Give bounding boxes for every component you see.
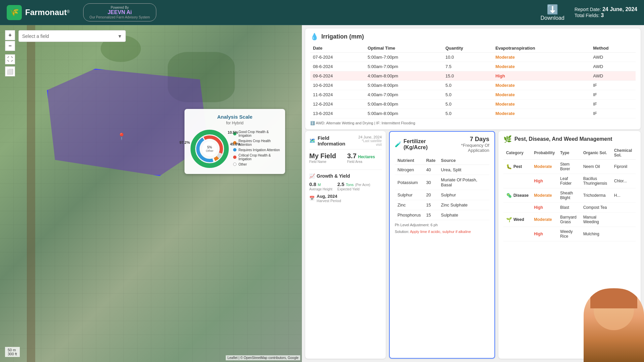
col-nutrient: Nutrient [395, 156, 423, 165]
layer-button[interactable]: ⬜ [5, 66, 15, 76]
field-info-icon: 🗺️ [309, 138, 316, 144]
cell-evap: Moderate [493, 109, 590, 118]
cell-type: Leaf Folder [557, 174, 581, 188]
cell-chemical: Fipronil [611, 160, 636, 174]
cell-category: 🐛Pest [503, 160, 531, 174]
irrigation-table-row: 11-6-2024 4:00am-7:00pm 5.0 Moderate IF [310, 90, 636, 100]
cell-evap: Moderate [493, 90, 590, 100]
field-select-dropdown[interactable]: Select a field ▼ [18, 30, 126, 42]
chevron-down-icon: ▼ [117, 34, 122, 39]
fertilizer-icon: 🧪 [395, 141, 401, 147]
fertilizer-solution: Solution: Apply lime if acidic, sulphur … [395, 230, 489, 234]
irrigation-table-row: 09-6-2024 4:00am-8:00pm 15.0 High AWD [310, 71, 636, 81]
growth-icon: 📈 [309, 173, 315, 179]
fertilizer-frequency: 7 Days *Frequency Of Application [445, 136, 489, 153]
cell-probability: Moderate [531, 188, 557, 203]
growth-section: 📈 Growth & Yield 0.8 M Average Height [309, 170, 382, 203]
cell-source: Zinc Sulphate [438, 200, 489, 210]
right-panel: 💧 Irrigation (mm) Date Optimal Time Quan… [302, 25, 644, 362]
fertilizer-table-row: Potassium 30 Muriate Of Potash, Basal [395, 175, 489, 190]
zoom-out-button[interactable]: − [5, 41, 15, 51]
irrigation-table-row: 12-6-2024 5:00am-8:00pm 5.0 Moderate IF [310, 100, 636, 109]
irrigation-table-row: 13-6-2024 5:00am-8:00pm 5.0 Moderate IF [310, 109, 636, 118]
pest-header: 🌿 Pest, Disease, And Weed Management [503, 135, 636, 143]
cell-qty: 5.0 [443, 81, 493, 90]
fertilizer-table-row: Zinc 15 Zinc Sulphate [395, 200, 489, 210]
pest-table-row: 🐛Pest Moderate Stem Borer Neem Oil Fipro… [503, 160, 636, 174]
height-stat: 0.8 M Average Height [309, 181, 332, 191]
cell-method: IF [590, 90, 636, 100]
map-scale: 50 m 300 ft [5, 347, 20, 357]
cell-type: Sheath Blight [557, 188, 581, 203]
pest-disease-panel: 🌿 Pest, Disease, And Weed Management Cat… [498, 131, 641, 359]
map-area: 📍 + − ⛶ ⬜ Select a field ▼ 50 m 300 ft L… [0, 25, 302, 362]
legend-dot-other [233, 163, 236, 166]
cell-qty: 15.0 [443, 71, 493, 81]
col-quantity: Quantity [443, 44, 493, 53]
cell-nutrient: Potassium [395, 175, 423, 190]
pest-table-row: 🦠Disease Moderate Sheath Blight Trichode… [503, 188, 636, 203]
cell-chemical: Chlor... [611, 174, 636, 188]
cell-category [503, 174, 531, 188]
col-source: Source [438, 156, 489, 165]
fullscreen-button[interactable]: ⛶ [5, 54, 15, 64]
cell-type: Stem Borer [557, 160, 581, 174]
fertilizer-table-row: Phosphorus 15 Sulphate [395, 210, 489, 220]
legend-item-good: Good Crop Health & Irrigation [233, 130, 280, 137]
irrigation-table: Date Optimal Time Quantity Evapotranspir… [310, 44, 636, 118]
cell-type: Weedy Rice [557, 227, 581, 241]
cell-chemical [611, 213, 636, 227]
cell-rate: 30 [423, 175, 438, 190]
cell-rate: 15 [423, 210, 438, 220]
analysis-scale-popup: Analysis Scale for Hybrid 97.2% 10.5% 45… [184, 109, 285, 174]
cell-time: 4:00am-7:00pm [365, 90, 443, 100]
pest-table-row: High Leaf Folder Bacillus Thuringiensis … [503, 174, 636, 188]
map-controls: + − ⛶ ⬜ [5, 30, 15, 76]
cell-category [503, 227, 531, 241]
download-icon: ⬇️ [547, 4, 558, 15]
irrigation-table-row: 10-6-2024 5:00am-8:00pm 5.0 Moderate IF [310, 81, 636, 90]
yield-stat: 2.5 Tons (Per Acre) Expected Yield [337, 181, 370, 191]
zoom-in-button[interactable]: + [5, 30, 15, 40]
cell-method: AWD [590, 62, 636, 71]
cell-type: Blast [557, 203, 581, 213]
growth-title: 📈 Growth & Yield [309, 173, 382, 179]
cell-evap: Moderate [493, 53, 590, 62]
field-info-date: 24 June, 2024 *Last satellite visit [356, 135, 382, 146]
map-attribution: Leaflet | © OpenStreetMap contributors, … [226, 355, 300, 360]
legend-item-requires-irrigation: Requires Irrigation Attention [233, 148, 280, 152]
cell-probability: Moderate [531, 213, 557, 227]
main-content: 📍 + − ⛶ ⬜ Select a field ▼ 50 m 300 ft L… [0, 25, 644, 362]
cell-category: 🌱Weed [503, 213, 531, 227]
col-organic-sol: Organic Sol. [581, 146, 611, 160]
cell-nutrient: Sulphur [395, 190, 423, 200]
cell-chemical [611, 203, 636, 213]
pest-title: Pest, Disease, And Weed Management [515, 136, 612, 142]
col-probability: Probability [531, 146, 557, 160]
logo-icon: 🌾 [7, 5, 22, 20]
harvest-info: 📅 Aug, 2024 Harvest Period [309, 194, 382, 203]
cell-time: 5:00am-8:00pm [365, 100, 443, 109]
header-right: ⬇️ Download Report Date: 24 June, 2024 T… [541, 4, 638, 21]
logo-text: Farmonaut® [25, 8, 70, 17]
cell-qty: 5.0 [443, 109, 493, 118]
field-info-title: 🗺️ Field Information [309, 135, 356, 146]
cell-type: Barnyard Grass [557, 213, 581, 227]
download-button[interactable]: ⬇️ Download [541, 4, 565, 21]
cell-organic: Trichoderma [581, 188, 611, 203]
pest-table: Category Probability Type Organic Sol. C… [503, 146, 636, 241]
col-evapotranspiration: Evapotranspiration [493, 44, 590, 53]
irrigation-header: 💧 Irrigation (mm) [310, 33, 636, 41]
cell-date: 07-6-2024 [310, 53, 365, 62]
cell-category [503, 203, 531, 213]
field-info-header: 🗺️ Field Information 24 June, 2024 *Last… [309, 135, 382, 146]
legend-item-other: Other [233, 163, 280, 166]
cell-time: 5:00am-7:00pm [365, 62, 443, 71]
irrigation-section: 💧 Irrigation (mm) Date Optimal Time Quan… [305, 28, 641, 129]
growth-stats: 0.8 M Average Height 2.5 Tons (Per Acre)… [309, 181, 382, 191]
cell-probability: High [531, 203, 557, 213]
cell-date: 10-6-2024 [310, 81, 365, 90]
cell-probability: High [531, 227, 557, 241]
map-pin: 📍 [117, 132, 126, 140]
cell-evap: Moderate [493, 81, 590, 90]
